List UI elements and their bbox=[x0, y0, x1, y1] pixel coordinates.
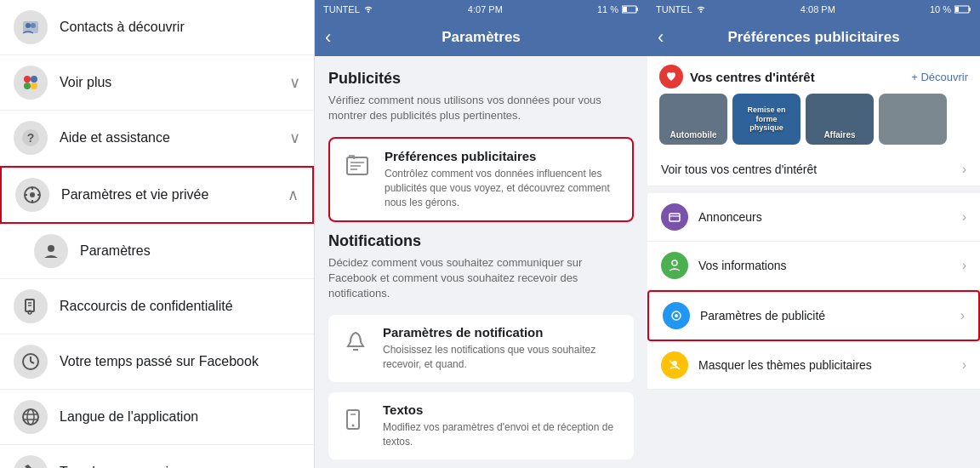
aide-icon: ? bbox=[14, 121, 48, 155]
prefs-panel: TUNTEL 4:08 PM 10 % ‹ Préférences public… bbox=[647, 0, 980, 468]
svg-rect-57 bbox=[669, 214, 680, 221]
preferences-pub-text: Préférences publicitaires Contrôlez comm… bbox=[385, 149, 622, 209]
see-all-interests[interactable]: Voir tous vos centres d'intérêt › bbox=[647, 153, 980, 186]
svg-point-51 bbox=[352, 424, 355, 426]
tous-raccourcis-icon bbox=[14, 455, 48, 468]
params-pub-label: Paramètres de publicité bbox=[700, 309, 960, 322]
tile-affaires-label: Affaires bbox=[823, 130, 855, 140]
tile-fitness[interactable]: Remise enformephysique bbox=[732, 94, 801, 145]
publicites-desc: Vérifiez comment nous utilisons vos donn… bbox=[328, 93, 634, 123]
params-pub-chevron: › bbox=[960, 308, 965, 323]
back-button-2[interactable]: ‹ bbox=[658, 26, 664, 49]
svg-point-22 bbox=[27, 409, 34, 425]
interests-add[interactable]: + Découvrir bbox=[911, 71, 968, 83]
sidebar-item-tous-raccourcis[interactable]: Tous les raccourcis bbox=[0, 445, 314, 468]
aide-chevron: ∨ bbox=[289, 128, 300, 147]
carrier-1: TUNTEL bbox=[323, 4, 360, 14]
raccourcis-icon bbox=[14, 289, 48, 323]
svg-point-1 bbox=[26, 23, 31, 28]
facebook-sidebar: Contacts à découvrir Voir plus ∨ ? Aide … bbox=[0, 0, 315, 468]
svg-line-20 bbox=[31, 362, 34, 363]
time-2: 4:08 PM bbox=[801, 4, 835, 14]
carrier-2: TUNTEL bbox=[656, 4, 692, 14]
langue-label: Langue de l'application bbox=[60, 409, 300, 425]
sidebar-item-temps[interactable]: Votre temps passé sur Facebook bbox=[0, 334, 314, 390]
status-bar-1: TUNTEL 4:07 PM 11 % bbox=[315, 0, 647, 19]
params-notif-title: Paramètres de notification bbox=[383, 325, 624, 340]
annonceurs-icon bbox=[661, 203, 688, 231]
menu-item-vos-informations[interactable]: Vos informations › bbox=[647, 242, 980, 290]
vos-informations-label: Vos informations bbox=[698, 259, 962, 272]
svg-point-2 bbox=[31, 23, 36, 28]
tile-automobile[interactable]: Automobile bbox=[659, 94, 727, 145]
status-right-1: 11 % bbox=[597, 4, 639, 14]
textos-icon bbox=[339, 402, 373, 437]
screen-title-2: Préférences publicitaires bbox=[727, 29, 899, 46]
textos-text: Textos Modifiez vos paramètres d'envoi e… bbox=[383, 402, 624, 449]
publicites-title: Publicités bbox=[328, 70, 634, 88]
params-icon bbox=[34, 234, 68, 268]
textos-card[interactable]: Textos Modifiez vos paramètres d'envoi e… bbox=[328, 392, 634, 459]
mobile-settings-panel: TUNTEL 4:07 PM 11 % ‹ Paramètres Publici… bbox=[315, 0, 647, 468]
sidebar-item-contacts[interactable]: Contacts à découvrir bbox=[0, 0, 314, 55]
prefs-content: Vos centres d'intérêt + Découvrir Automo… bbox=[647, 56, 980, 468]
back-button-1[interactable]: ‹ bbox=[325, 26, 331, 49]
masquer-icon bbox=[661, 351, 688, 379]
tile-extra[interactable] bbox=[879, 94, 947, 145]
vos-informations-chevron: › bbox=[962, 258, 966, 273]
svg-point-6 bbox=[31, 83, 37, 89]
wifi-icon-2 bbox=[696, 5, 706, 14]
interests-header: Vos centres d'intérêt + Découvrir bbox=[647, 56, 980, 94]
annonceurs-chevron: › bbox=[962, 209, 966, 225]
menu-item-params-pub[interactable]: Paramètres de publicité › bbox=[647, 290, 980, 341]
params-vie-icon bbox=[15, 178, 49, 212]
params-notif-text: Paramètres de notification Choisissez le… bbox=[383, 325, 624, 372]
masquer-label: Masquer les thèmes publicitaires bbox=[698, 358, 962, 372]
prefs-menu-list: Annonceurs › Vos informations › Paramètr… bbox=[647, 193, 980, 390]
see-all-text: Voir tous vos centres d'intérêt bbox=[661, 163, 817, 176]
params-notif-icon bbox=[339, 325, 373, 359]
wifi-icon-1 bbox=[363, 5, 373, 14]
voir-plus-chevron: ∨ bbox=[289, 73, 300, 92]
menu-item-annonceurs[interactable]: Annonceurs › bbox=[647, 193, 980, 242]
params-notif-desc: Choisissez les notifications que vous so… bbox=[383, 343, 624, 372]
interest-tiles: Automobile Remise enformephysique Affair… bbox=[647, 94, 980, 153]
svg-rect-56 bbox=[955, 7, 959, 12]
tile-automobile-label: Automobile bbox=[670, 130, 717, 140]
heart-icon bbox=[659, 65, 683, 88]
langue-icon bbox=[14, 400, 48, 434]
sidebar-item-raccourcis[interactable]: Raccourcis de confidentialité bbox=[0, 279, 314, 334]
sidebar-item-parametres-vie[interactable]: Paramètres et vie privée ∧ bbox=[0, 166, 314, 224]
time-1: 4:07 PM bbox=[468, 4, 503, 14]
params-vie-chevron: ∧ bbox=[288, 185, 299, 204]
raccourcis-label: Raccourcis de confidentialité bbox=[60, 299, 300, 314]
tous-raccourcis-label: Tous les raccourcis bbox=[60, 465, 300, 468]
svg-text:?: ? bbox=[27, 131, 35, 145]
svg-rect-55 bbox=[969, 8, 971, 11]
sidebar-item-voir-plus[interactable]: Voir plus ∨ bbox=[0, 55, 314, 111]
mobile-settings-content: Publicités Vérifiez comment nous utiliso… bbox=[315, 56, 647, 468]
sidebar-item-aide[interactable]: ? Aide et assistance ∨ bbox=[0, 111, 314, 166]
preferences-pub-title: Préférences publicitaires bbox=[385, 149, 622, 163]
menu-item-masquer[interactable]: Masquer les thèmes publicitaires › bbox=[647, 341, 980, 390]
textos-title: Textos bbox=[383, 402, 624, 417]
preferences-pub-desc: Contrôlez comment vos données influencen… bbox=[385, 167, 622, 209]
notifications-desc: Décidez comment vous souhaitez communiqu… bbox=[328, 255, 634, 302]
params-notif-card[interactable]: Paramètres de notification Choisissez le… bbox=[328, 315, 634, 382]
svg-point-10 bbox=[30, 192, 35, 197]
contacts-label: Contacts à découvrir bbox=[60, 20, 300, 35]
temps-label: Votre temps passé sur Facebook bbox=[60, 354, 300, 369]
mobile-nav-bar-1: ‹ Paramètres bbox=[315, 19, 647, 56]
svg-point-3 bbox=[24, 76, 31, 83]
svg-rect-43 bbox=[636, 8, 638, 11]
preferences-pub-icon bbox=[340, 149, 374, 183]
tile-fitness-label: Remise enformephysique bbox=[747, 106, 785, 133]
sidebar-item-parametres[interactable]: Paramètres bbox=[0, 224, 314, 279]
annonceurs-label: Annonceurs bbox=[698, 210, 962, 224]
sidebar-item-langue[interactable]: Langue de l'application bbox=[0, 390, 314, 445]
tile-affaires[interactable]: Affaires bbox=[806, 94, 874, 145]
notifications-section: Notifications Décidez comment vous souha… bbox=[328, 232, 634, 468]
publicites-section: Publicités Vérifiez comment nous utiliso… bbox=[328, 70, 634, 222]
preferences-pub-card[interactable]: Préférences publicitaires Contrôlez comm… bbox=[328, 137, 634, 221]
battery-icon-2 bbox=[954, 5, 971, 14]
